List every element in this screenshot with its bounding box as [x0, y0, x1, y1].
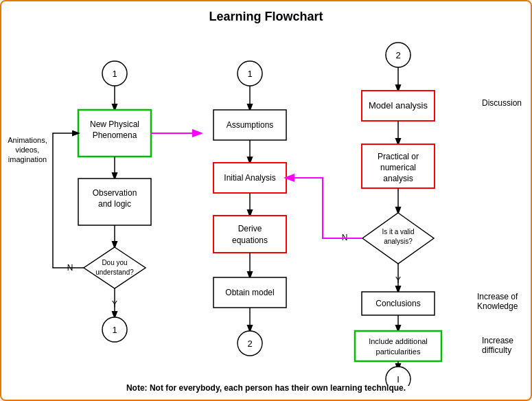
svg-text:analysis: analysis — [383, 174, 413, 183]
svg-text:Obtain model: Obtain model — [225, 288, 274, 297]
svg-text:Is it a valid: Is it a valid — [382, 228, 414, 236]
svg-text:videos,: videos, — [16, 146, 40, 154]
svg-text:Observation: Observation — [93, 188, 137, 198]
svg-text:understand?: understand? — [95, 268, 134, 276]
note: Note: Not for everybody, each person has… — [1, 383, 531, 393]
svg-text:Conclusions: Conclusions — [375, 299, 420, 308]
svg-text:Include additional: Include additional — [369, 337, 428, 345]
svg-text:and logic: and logic — [98, 199, 131, 209]
note-bold: Note — [126, 383, 145, 393]
svg-text:equations: equations — [232, 236, 268, 245]
svg-text:Animations,: Animations, — [8, 136, 47, 144]
svg-text:numerical: numerical — [380, 163, 416, 172]
svg-text:1: 1 — [247, 69, 252, 79]
svg-text:1: 1 — [112, 69, 117, 79]
svg-text:Increase of: Increase of — [477, 292, 518, 301]
svg-text:Phenomena: Phenomena — [93, 130, 137, 140]
flowchart-area: 1 New Physical Phenomena Observation and… — [1, 29, 532, 386]
svg-text:Assumptions: Assumptions — [227, 120, 274, 130]
svg-text:difficulty: difficulty — [482, 345, 511, 355]
svg-text:2: 2 — [247, 339, 252, 349]
svg-text:particularities: particularities — [376, 347, 421, 356]
svg-text:Initial Analysis: Initial Analysis — [224, 173, 275, 183]
svg-text:imagination: imagination — [8, 155, 47, 163]
page: Learning Flowchart 1 New Physical Phenom… — [0, 0, 532, 401]
page-title: Learning Flowchart — [1, 1, 531, 27]
svg-rect-61 — [355, 331, 441, 361]
svg-text:Practical or: Practical or — [378, 152, 419, 161]
svg-text:Model analysis: Model analysis — [369, 100, 428, 111]
svg-text:1: 1 — [112, 325, 117, 335]
svg-text:Discussion: Discussion — [482, 98, 522, 108]
svg-text:Knowledge: Knowledge — [477, 301, 518, 311]
svg-text:analysis?: analysis? — [384, 238, 413, 245]
svg-text:Increase: Increase — [482, 336, 513, 345]
svg-text:Dou you: Dou you — [102, 259, 127, 266]
svg-text:2: 2 — [395, 50, 400, 60]
note-text: : Not for everybody, each person has the… — [145, 383, 406, 393]
svg-rect-32 — [213, 216, 286, 253]
flowchart-svg: 1 New Physical Phenomena Observation and… — [1, 29, 532, 386]
svg-marker-12 — [84, 247, 146, 288]
svg-text:New Physical: New Physical — [90, 119, 139, 129]
svg-text:Derive: Derive — [238, 224, 262, 233]
